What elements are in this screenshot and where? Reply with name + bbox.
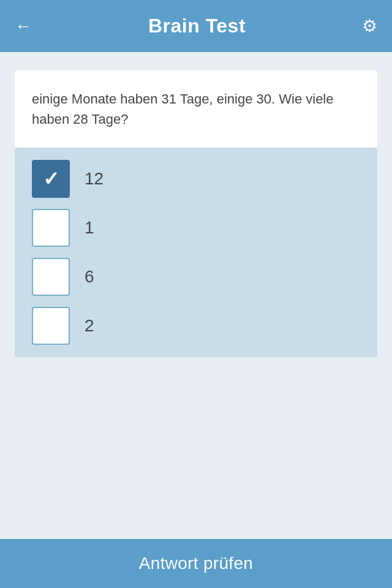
settings-icon[interactable]: ⚙ xyxy=(362,18,377,35)
page-title: Brain Test xyxy=(148,15,246,37)
answer-label-2: 1 xyxy=(85,218,94,238)
question-text: einige Monate haben 31 Tage, einige 30. … xyxy=(32,89,360,129)
checkmark-icon-1: ✓ xyxy=(43,169,59,189)
answer-row-1[interactable]: ✓ 12 xyxy=(32,160,360,198)
main-content: einige Monate haben 31 Tage, einige 30. … xyxy=(0,52,392,357)
submit-label: Antwort prüfen xyxy=(139,554,253,573)
answer-label-3: 6 xyxy=(85,267,94,287)
back-button[interactable]: ← xyxy=(15,18,32,35)
checkbox-4[interactable] xyxy=(32,307,70,345)
answer-label-4: 2 xyxy=(85,316,94,336)
answers-card: ✓ 12 1 6 2 xyxy=(15,148,377,357)
answer-row-4[interactable]: 2 xyxy=(32,307,360,345)
checkbox-1[interactable]: ✓ xyxy=(32,160,70,198)
question-card: einige Monate haben 31 Tage, einige 30. … xyxy=(15,70,377,148)
app-header: ← Brain Test ⚙ xyxy=(0,0,392,52)
checkbox-2[interactable] xyxy=(32,209,70,247)
answer-row-3[interactable]: 6 xyxy=(32,258,360,296)
checkbox-3[interactable] xyxy=(32,258,70,296)
answer-row-2[interactable]: 1 xyxy=(32,209,360,247)
submit-button[interactable]: Antwort prüfen xyxy=(0,539,392,588)
answer-label-1: 12 xyxy=(85,169,104,189)
